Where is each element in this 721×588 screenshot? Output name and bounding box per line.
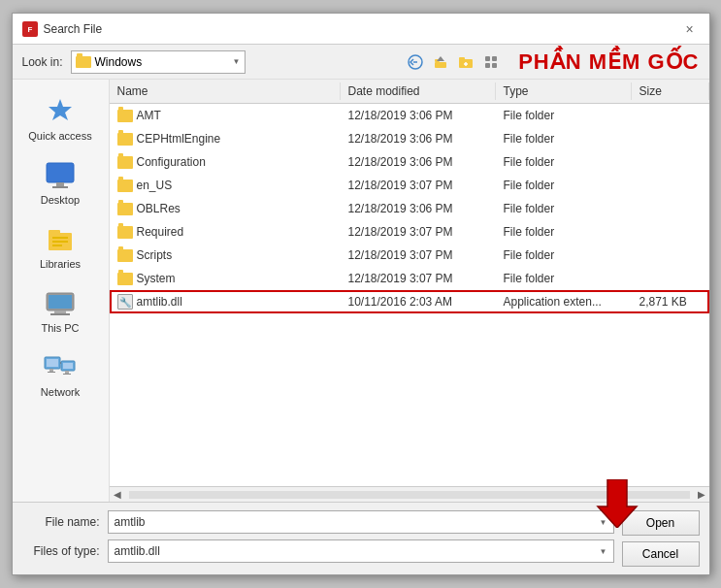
table-row[interactable]: AMT12/18/2019 3:06 PMFile folder bbox=[110, 104, 709, 127]
file-size-cell bbox=[632, 221, 709, 243]
col-header-size[interactable]: Size bbox=[632, 82, 709, 100]
file-size-cell bbox=[632, 105, 709, 126]
svg-rect-23 bbox=[49, 295, 72, 309]
views-button[interactable] bbox=[479, 50, 503, 74]
svg-rect-20 bbox=[52, 241, 68, 243]
svg-rect-12 bbox=[492, 63, 497, 68]
sidebar-network-label: Network bbox=[41, 386, 80, 398]
file-size-cell bbox=[632, 151, 709, 173]
svg-rect-9 bbox=[485, 56, 490, 61]
sidebar-libraries-label: Libraries bbox=[40, 258, 81, 270]
svg-rect-27 bbox=[47, 359, 58, 367]
folder-icon bbox=[117, 249, 133, 262]
sidebar-desktop-label: Desktop bbox=[41, 194, 80, 206]
dll-icon: 🔧 bbox=[117, 294, 133, 310]
file-name-cell: Scripts bbox=[110, 245, 341, 266]
svg-rect-24 bbox=[54, 310, 66, 313]
file-type-cell: File folder bbox=[496, 151, 632, 173]
close-button[interactable]: × bbox=[680, 19, 700, 39]
files-of-type-label: Files of type: bbox=[22, 544, 100, 558]
footer-inputs: File name: amtlib ▼ Files of type: amtli… bbox=[22, 510, 614, 567]
sidebar-item-this-pc[interactable]: This PC bbox=[16, 283, 105, 340]
table-row[interactable]: Configuration12/18/2019 3:06 PMFile fold… bbox=[110, 150, 709, 174]
file-name-text: System bbox=[137, 272, 176, 285]
file-type-cell: File folder bbox=[496, 221, 632, 243]
table-row[interactable]: Scripts12/18/2019 3:07 PMFile folder bbox=[110, 244, 709, 267]
file-name-cell: CEPHtmlEngine bbox=[110, 128, 341, 149]
files-of-type-value: amtlib.dll bbox=[115, 544, 160, 558]
file-name-cell: Required bbox=[110, 221, 341, 243]
back-icon bbox=[408, 54, 423, 70]
file-size-cell bbox=[632, 268, 709, 289]
file-name-label: File name: bbox=[22, 515, 100, 529]
table-row[interactable]: en_US12/18/2019 3:07 PMFile folder bbox=[110, 174, 709, 197]
files-of-type-row: Files of type: amtlib.dll ▼ bbox=[22, 539, 614, 563]
col-header-name[interactable]: Name bbox=[110, 82, 341, 100]
pc-icon bbox=[45, 289, 76, 318]
svg-rect-32 bbox=[65, 371, 69, 374]
svg-rect-15 bbox=[56, 182, 64, 186]
folder-icon bbox=[117, 133, 133, 146]
file-date-cell: 12/18/2019 3:06 PM bbox=[341, 151, 496, 173]
app-icon: F bbox=[22, 21, 38, 37]
file-name-cell: OBLRes bbox=[110, 198, 341, 219]
svg-rect-28 bbox=[49, 369, 53, 372]
file-date-cell: 12/18/2019 3:07 PM bbox=[341, 221, 496, 243]
file-type-cell: File folder bbox=[496, 175, 632, 196]
col-header-date[interactable]: Date modified bbox=[341, 82, 496, 100]
file-size-cell bbox=[632, 128, 709, 149]
file-pane: Name Date modified Type Size AMT12/18/20… bbox=[110, 80, 709, 502]
up-button[interactable] bbox=[429, 50, 452, 74]
sidebar-item-quick-access[interactable]: Quick access bbox=[16, 89, 105, 147]
file-name-row: File name: amtlib ▼ bbox=[22, 510, 614, 534]
cancel-button[interactable]: Cancel bbox=[622, 541, 700, 567]
file-name-value: amtlib bbox=[115, 515, 146, 529]
file-date-cell: 12/18/2019 3:07 PM bbox=[341, 245, 496, 266]
files-of-type-dropdown-arrow[interactable]: ▼ bbox=[600, 547, 607, 556]
back-button[interactable] bbox=[404, 50, 427, 74]
table-row[interactable]: Required12/18/2019 3:07 PMFile folder bbox=[110, 220, 709, 244]
sidebar-this-pc-label: This PC bbox=[41, 322, 79, 334]
new-folder-icon bbox=[458, 54, 474, 70]
svg-rect-29 bbox=[48, 372, 55, 373]
files-of-type-input[interactable]: amtlib.dll ▼ bbox=[108, 539, 614, 563]
folder-icon bbox=[117, 203, 133, 215]
folder-icon bbox=[117, 156, 133, 169]
file-name-cell: AMT bbox=[110, 105, 341, 126]
table-row[interactable]: 🔧amtlib.dll10/11/2016 2:03 AMApplication… bbox=[110, 290, 709, 313]
table-row[interactable]: OBLRes12/18/2019 3:06 PMFile folder bbox=[110, 197, 709, 220]
views-icon bbox=[483, 54, 499, 70]
file-name-text: Required bbox=[137, 225, 184, 239]
new-folder-button[interactable] bbox=[454, 50, 477, 74]
sidebar-item-libraries[interactable]: Libraries bbox=[16, 219, 105, 276]
libraries-icon bbox=[45, 225, 76, 254]
file-size-cell bbox=[632, 245, 709, 266]
folder-icon bbox=[76, 56, 91, 68]
svg-rect-33 bbox=[63, 374, 71, 375]
table-row[interactable]: System12/18/2019 3:07 PMFile folder bbox=[110, 267, 709, 290]
sidebar: Quick access Desktop bbox=[13, 80, 110, 502]
file-date-cell: 12/18/2019 3:06 PM bbox=[341, 105, 496, 126]
look-in-dropdown[interactable]: Windows ▼ bbox=[71, 50, 246, 74]
table-row[interactable]: CEPHtmlEngine12/18/2019 3:06 PMFile fold… bbox=[110, 127, 709, 150]
dialog-title: Search File bbox=[44, 22, 103, 36]
file-name-input[interactable]: amtlib ▼ bbox=[108, 510, 614, 534]
sidebar-item-network[interactable]: Network bbox=[16, 347, 105, 404]
file-type-cell: Application exten... bbox=[496, 291, 632, 312]
svg-rect-6 bbox=[459, 57, 465, 60]
search-file-dialog: F Search File × Look in: Windows ▼ bbox=[12, 13, 710, 575]
scroll-right-btn[interactable]: ▶ bbox=[694, 489, 709, 500]
scroll-left-btn[interactable]: ◀ bbox=[110, 489, 125, 500]
desktop-icon bbox=[45, 161, 76, 190]
svg-marker-13 bbox=[49, 99, 72, 120]
sidebar-item-desktop[interactable]: Desktop bbox=[16, 155, 105, 212]
file-size-cell: 2,871 KB bbox=[632, 291, 709, 312]
svg-rect-18 bbox=[49, 230, 60, 235]
svg-marker-35 bbox=[598, 479, 637, 528]
watermark-text: PHẦN MỀM GỐC bbox=[518, 49, 699, 75]
svg-rect-16 bbox=[52, 186, 68, 188]
toolbar: Look in: Windows ▼ bbox=[13, 45, 709, 80]
col-header-type[interactable]: Type bbox=[496, 82, 632, 100]
toolbar-icons bbox=[404, 50, 503, 74]
file-type-cell: File folder bbox=[496, 128, 632, 149]
